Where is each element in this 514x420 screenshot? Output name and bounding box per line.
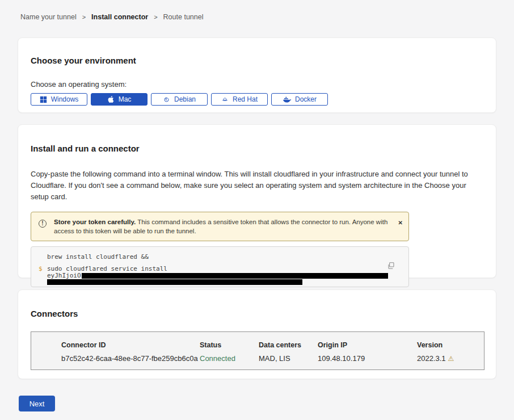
os-select-label: Choose an operating system:	[31, 80, 483, 89]
shell-prompt: $	[39, 266, 43, 272]
warning-circle-icon: !	[39, 220, 47, 228]
token-redaction-bar	[82, 273, 388, 279]
breadcrumb-separator: >	[154, 14, 157, 20]
os-button-label: Windows	[51, 95, 79, 103]
windows-logo-icon	[40, 96, 47, 103]
install-connector-card: Install and run a connector Copy-paste t…	[18, 124, 496, 278]
col-header-version: Version	[417, 341, 484, 349]
token-prefix-text: eyJhIjoiO	[47, 272, 81, 279]
os-button-docker[interactable]: Docker	[271, 93, 328, 106]
col-header-data-centers: Data centers	[259, 341, 318, 349]
warning-bold-text: Store your token carefully.	[54, 219, 136, 225]
version-value: 2022.3.1 ⚠	[417, 354, 484, 363]
os-button-label: Docker	[295, 95, 317, 103]
breadcrumb-separator: >	[82, 14, 86, 20]
os-button-debian[interactable]: Debian	[151, 93, 208, 106]
col-header-status: Status	[200, 341, 259, 349]
breadcrumb: Name your tunnel > Install connector > R…	[0, 0, 514, 21]
os-button-row: Windows Mac Debian	[31, 93, 483, 106]
next-button[interactable]: Next	[19, 396, 55, 411]
token-redaction-bar	[47, 279, 302, 285]
os-button-label: Red Hat	[233, 95, 258, 103]
col-header-connector-id: Connector ID	[61, 341, 200, 349]
debian-logo-icon	[163, 96, 170, 103]
warning-triangle-icon: ⚠	[448, 355, 454, 362]
install-description: Copy-paste the following command into a …	[31, 169, 482, 203]
os-button-windows[interactable]: Windows	[31, 93, 87, 106]
tunnel-setup-page: Name your tunnel > Install connector > R…	[0, 0, 514, 420]
redhat-logo-icon	[221, 96, 229, 103]
col-header-origin-ip: Origin IP	[318, 341, 417, 349]
origin-ip-value: 109.48.10.179	[318, 354, 417, 363]
apple-logo-icon	[107, 95, 115, 103]
environment-card-title: Choose your environment	[31, 56, 483, 65]
status-badge: Connected	[200, 354, 259, 363]
connectors-table-header: Connector ID Status Data centers Origin …	[61, 341, 484, 349]
code-line-sudo: $sudo cloudflared service install	[47, 266, 408, 272]
connectors-card: Connectors Connector ID Status Data cent…	[18, 289, 496, 379]
environment-card: Choose your environment Choose an operat…	[18, 37, 496, 113]
code-line-brew: brew install cloudflared &&	[47, 254, 408, 261]
os-button-label: Debian	[174, 95, 196, 103]
os-button-redhat[interactable]: Red Hat	[211, 93, 268, 106]
data-centers-value: MAD, LIS	[259, 354, 318, 363]
copy-icon[interactable]	[387, 262, 395, 271]
connectors-table: Connector ID Status Data centers Origin …	[31, 331, 484, 370]
token-warning-banner: ! Store your token carefully. This comma…	[31, 212, 409, 241]
os-button-label: Mac	[119, 95, 132, 103]
docker-logo-icon	[283, 96, 291, 103]
breadcrumb-install-connector[interactable]: Install connector	[91, 13, 148, 21]
breadcrumb-route-tunnel[interactable]: Route tunnel	[163, 13, 204, 21]
install-command-code-block: brew install cloudflared && $sudo cloudf…	[31, 246, 409, 287]
table-row: b7c52c42-6caa-48ee-8c77-fbe259cb6c0a Con…	[61, 354, 484, 363]
token-line: eyJhIjoiO	[47, 272, 408, 279]
os-button-mac[interactable]: Mac	[91, 93, 148, 106]
connectors-card-title: Connectors	[31, 309, 483, 318]
connector-id-value: b7c52c42-6caa-48ee-8c77-fbe259cb6c0a	[61, 354, 200, 363]
breadcrumb-name-your-tunnel[interactable]: Name your tunnel	[20, 13, 77, 21]
close-icon[interactable]: ✕	[398, 220, 403, 226]
install-card-title: Install and run a connector	[31, 144, 483, 153]
